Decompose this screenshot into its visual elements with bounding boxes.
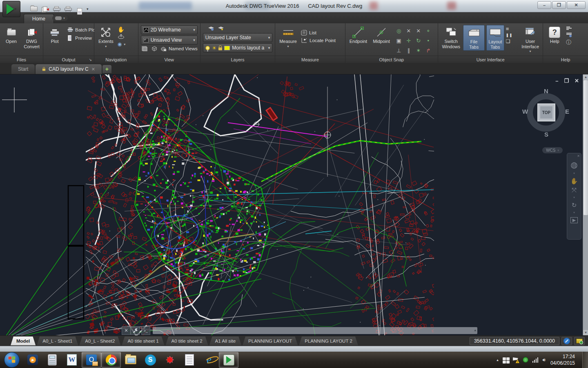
locate-point-button[interactable]: Locate Point (301, 38, 336, 43)
sync-status-icon[interactable] (523, 357, 528, 363)
layout-tab-a0l-sheet2[interactable]: A0_L - Sheet2 (79, 337, 120, 346)
snap-parallel-icon[interactable]: ∥ (407, 47, 410, 54)
close-button[interactable]: ✕ (567, 1, 586, 9)
windows-update-icon[interactable] (503, 357, 509, 363)
new-tab-button[interactable]: + (102, 65, 111, 73)
show-desktop-button[interactable] (582, 352, 588, 368)
taskbar-file-explorer[interactable] (121, 352, 140, 368)
navigation-bar[interactable]: ✕ ◍ ▾ ✋ ⤧ ▾ ↻ ▾ ▶ (567, 153, 581, 240)
tab-cad-layout-rev-c[interactable]: CAD layout Rev C ✕ (36, 64, 102, 74)
drawing-minimize-icon[interactable]: – (555, 78, 558, 84)
open-button[interactable]: Open (2, 25, 20, 45)
snap-insertion-icon[interactable]: ▣ (396, 38, 401, 44)
plot-button[interactable]: Plot (46, 25, 64, 45)
info-center-icon[interactable]: ⓘ (566, 39, 572, 46)
navbar-zoom-icon[interactable]: ⤧ (572, 187, 577, 193)
whats-new-icon[interactable] (566, 27, 572, 31)
compass-west[interactable]: W (522, 108, 528, 115)
compass-south[interactable]: S (544, 131, 548, 138)
drawing-area[interactable]: – ❐ ✕ N E S W TOP WCS ▿ ✕ ◍ ▾ ✋ ⤧ ▾ ↻ ▾ (0, 74, 588, 335)
switch-windows-button[interactable]: Switch Windows (441, 25, 461, 50)
navbar-close-icon[interactable]: ✕ (577, 154, 580, 158)
scrollbar-thumb[interactable] (584, 80, 588, 215)
snap-extension-icon[interactable]: ⚬ (426, 28, 430, 34)
layer-state-dropdown[interactable]: Unsaved Layer State ▾ (203, 33, 272, 42)
taskbar-skype[interactable]: S (140, 352, 160, 368)
viewcube[interactable]: N E S W TOP (523, 90, 568, 135)
volume-icon[interactable]: 🔊︎ (542, 357, 546, 363)
taskbar-outlook[interactable]: O (82, 352, 101, 368)
taskbar-word[interactable]: W (62, 352, 82, 368)
taskbar-calculator[interactable] (42, 352, 62, 368)
snap-intersection-icon[interactable]: ✕ (406, 28, 411, 34)
isometric-view-icon[interactable] (151, 46, 157, 52)
snap-node-icon[interactable]: • (427, 38, 429, 44)
help-button[interactable]: ? Help (546, 25, 564, 45)
file-tabs-toggle[interactable]: x File Tabs (463, 25, 484, 51)
layout-tab-planning-layout-2[interactable]: PLANNING LAYOUT 2 (299, 337, 358, 346)
snap-perpendicular-icon[interactable]: ⊥ (396, 47, 401, 54)
pan-button[interactable]: ✋ (118, 27, 126, 32)
start-button[interactable] (4, 352, 20, 368)
minimize-button[interactable]: – (537, 1, 551, 9)
compass-north[interactable]: N (544, 88, 548, 94)
plot-icon[interactable] (52, 6, 60, 12)
named-views-button[interactable]: Named Views (160, 46, 198, 52)
batch-plot-button[interactable]: Batch Plot (66, 27, 96, 33)
box-view-icon[interactable] (142, 46, 148, 52)
open-icon[interactable] (29, 6, 37, 12)
viewcube-top-face[interactable]: TOP (537, 103, 555, 121)
navbar-pan-icon[interactable]: ✋ (570, 178, 578, 184)
preview-button[interactable]: Preview (66, 35, 96, 41)
restore-button[interactable]: ❐ (552, 1, 566, 9)
taskbar-media-player[interactable]: ▶ (23, 352, 42, 368)
full-navigation-wheel-icon[interactable]: ◍ (570, 161, 577, 169)
snap-tangent-icon[interactable]: ↻ (416, 38, 421, 44)
isolate-objects-button[interactable] (561, 337, 572, 345)
visual-style-dropdown[interactable]: 2D Wireframe ▾ (141, 25, 198, 34)
layout-tab-a0-title-sheet-1[interactable]: A0 title sheet 1 (122, 337, 164, 346)
horizontal-scrollbar[interactable]: ▴ (153, 327, 477, 334)
user-interface-button[interactable]: User Interface ▾ (520, 25, 540, 54)
preview-icon[interactable] (75, 6, 82, 12)
show-motion-icon[interactable]: ▶ (570, 217, 578, 223)
layout-tabs-toggle[interactable]: Layout Tabs (486, 25, 504, 51)
cad-viewport[interactable] (0, 74, 583, 335)
cascade-icon[interactable]: ❏ (506, 38, 513, 44)
scrollbar-up-icon[interactable]: ▲ (583, 74, 588, 80)
dwg-convert-icon[interactable] (41, 6, 48, 12)
midpoint-snap-button[interactable]: Midpoint (371, 25, 392, 45)
application-menu-button[interactable]: ▾ (2, 1, 20, 17)
layer-isolate-icon[interactable] (218, 26, 224, 31)
output-dialog-launcher-icon[interactable]: ↘ (89, 58, 92, 62)
batch-plot-icon[interactable] (64, 6, 71, 12)
taskbar-dwg-trueview[interactable] (219, 352, 238, 368)
list-button[interactable]: List (301, 30, 336, 36)
scrollbar-down-icon[interactable]: ▼ (583, 330, 588, 335)
steering-wheels-button[interactable]: ◉ ▾ (118, 41, 126, 47)
network-signal-icon[interactable] (532, 357, 539, 363)
orbit-button[interactable] (118, 34, 126, 40)
layout-tab-planning-layout[interactable]: PLANNING LAYOUT (243, 337, 298, 346)
compass-east[interactable]: E (565, 108, 569, 115)
action-center-icon[interactable] (513, 357, 519, 362)
taskbar-document-viewer[interactable] (180, 352, 199, 368)
taskbar-chrome[interactable] (101, 352, 121, 368)
tab-close-icon[interactable]: ✕ (91, 67, 95, 72)
vertical-scrollbar[interactable]: ▲ ▼ (583, 74, 588, 335)
layer-off-icon[interactable] (208, 26, 214, 31)
dwg-convert-button[interactable]: DWG Convert (23, 25, 41, 50)
drawing-close-icon[interactable]: ✕ (575, 78, 579, 84)
endpoint-snap-button[interactable]: Endpoint (348, 25, 369, 45)
tray-expand-icon[interactable]: ▴ (497, 358, 499, 362)
drawing-restore-icon[interactable]: ❐ (564, 78, 569, 84)
snap-quadrant-icon[interactable]: ✛ (406, 38, 411, 44)
snap-apparent-intersection-icon[interactable]: ✕ (416, 28, 421, 34)
tile-vertically-icon[interactable]: ❚❚ (506, 33, 513, 37)
community-icon[interactable] (566, 33, 572, 37)
qat-dropdown-icon[interactable]: ▾ (87, 7, 89, 11)
wcs-dropdown[interactable]: WCS ▿ (542, 147, 563, 153)
taskbar-clock[interactable]: 17:24 04/06/2015 (550, 353, 575, 366)
layout-tab-a1-all-site[interactable]: A1 All site (209, 337, 242, 346)
view-state-dropdown[interactable]: Unsaved View ▾ (141, 36, 198, 45)
